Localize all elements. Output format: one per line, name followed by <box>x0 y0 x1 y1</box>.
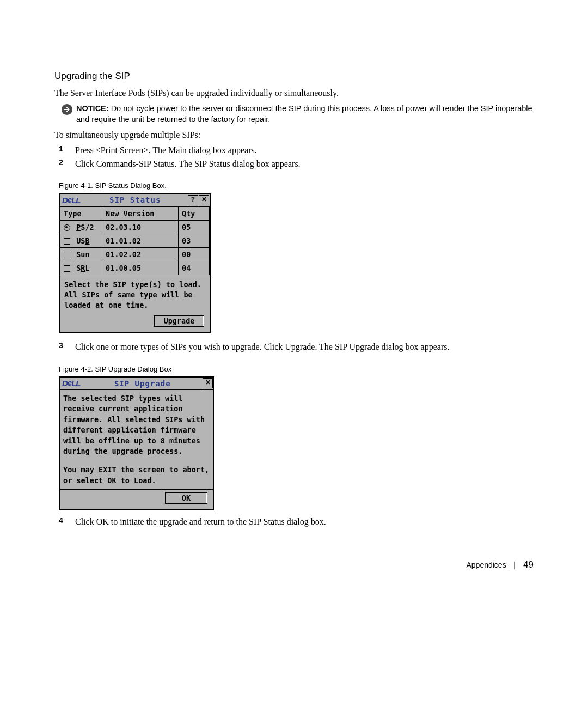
type-cell[interactable]: USB <box>60 234 102 248</box>
type-cell[interactable]: PS/2 <box>60 221 102 234</box>
table-row[interactable]: PS/202.03.1005 <box>60 221 210 234</box>
help-button[interactable]: ? <box>188 195 198 205</box>
table-row[interactable]: SRL01.00.0504 <box>60 261 210 275</box>
col-version: New Version <box>102 207 179 221</box>
table-row[interactable]: Sun01.02.0200 <box>60 248 210 261</box>
qty-cell: 04 <box>179 261 210 275</box>
checkbox-icon[interactable] <box>64 238 70 245</box>
dialog-message: Select the SIP type(s) to load. All SIPs… <box>60 275 210 313</box>
ok-button[interactable]: OK <box>165 492 207 504</box>
intro-text: The Server Interface Pods (SIPs) can be … <box>54 88 534 98</box>
notice-icon <box>61 104 73 115</box>
footer-separator: | <box>514 561 516 569</box>
qty-cell: 03 <box>179 234 210 248</box>
sip-status-dialog: D¢LL SIP Status ? ✕ Type New Version Qty… <box>59 193 211 333</box>
dell-logo: D¢LL <box>60 379 83 388</box>
checkbox-icon[interactable] <box>64 265 70 272</box>
sip-upgrade-dialog: D¢LL SIP Upgrade ✕ The selected SIP type… <box>59 376 214 511</box>
qty-cell: 00 <box>179 248 210 261</box>
step-text: Click Commands-SIP Status. The SIP Statu… <box>75 158 301 170</box>
notice-label: NOTICE: <box>76 104 109 113</box>
dialog-body: The selected SIP types will receive curr… <box>60 390 213 488</box>
table-row[interactable]: USB01.01.0203 <box>60 234 210 248</box>
step-number: 4 <box>54 516 75 528</box>
type-cell[interactable]: SRL <box>60 261 102 275</box>
section-title: Upgrading the SIP <box>54 71 534 82</box>
page-footer: Appendices | 49 <box>54 559 534 570</box>
step-text: Click one or more types of SIPs you wish… <box>75 341 449 353</box>
upgrade-warning-1: The selected SIP types will receive curr… <box>63 393 210 457</box>
dialog-title: SIP Status <box>83 196 188 204</box>
version-cell: 01.01.02 <box>102 234 179 248</box>
table-header-row: Type New Version Qty <box>60 207 210 221</box>
close-button[interactable]: ✕ <box>199 195 209 205</box>
step-number: 2 <box>54 158 75 170</box>
notice-body: Do not cycle power to the server or disc… <box>76 104 532 124</box>
step-text: Click OK to initiate the upgrade and ret… <box>75 516 326 528</box>
lead-in: To simultaneously upgrade multiple SIPs: <box>54 130 534 140</box>
dialog-title: SIP Upgrade <box>83 379 203 388</box>
list-item: 4 Click OK to initiate the upgrade and r… <box>54 516 534 528</box>
version-cell: 01.00.05 <box>102 261 179 275</box>
dialog-titlebar: D¢LL SIP Status ? ✕ <box>60 194 210 206</box>
step-number: 1 <box>54 144 75 156</box>
upgrade-button[interactable]: Upgrade <box>154 315 204 327</box>
type-cell[interactable]: Sun <box>60 248 102 261</box>
notice-text: NOTICE: Do not cycle power to the server… <box>76 104 534 125</box>
figure1-caption: Figure 4-1. SIP Status Dialog Box. <box>59 181 534 190</box>
notice-block: NOTICE: Do not cycle power to the server… <box>61 104 534 125</box>
footer-section: Appendices <box>466 561 506 569</box>
dialog-titlebar: D¢LL SIP Upgrade ✕ <box>60 378 213 390</box>
steps-1-2: 1 Press <Print Screen>. The Main dialog … <box>54 144 534 169</box>
qty-cell: 05 <box>179 221 210 234</box>
step-3: 3 Click one or more types of SIPs you wi… <box>54 341 534 353</box>
page-number: 49 <box>523 559 534 570</box>
list-item: 2 Click Commands-SIP Status. The SIP Sta… <box>54 158 534 170</box>
version-cell: 02.03.10 <box>102 221 179 234</box>
figure2-caption: Figure 4-2. SIP Upgrade Dialog Box <box>59 365 534 373</box>
col-type: Type <box>60 207 102 221</box>
list-item: 1 Press <Print Screen>. The Main dialog … <box>54 144 534 156</box>
close-button[interactable]: ✕ <box>203 378 213 388</box>
sip-status-table: Type New Version Qty PS/202.03.1005 USB0… <box>60 206 210 275</box>
version-cell: 01.02.02 <box>102 248 179 261</box>
upgrade-warning-2: You may EXIT the screen to abort, or sel… <box>63 465 210 486</box>
list-item: 3 Click one or more types of SIPs you wi… <box>54 341 534 353</box>
dell-logo: D¢LL <box>60 196 83 205</box>
checkbox-icon[interactable] <box>64 252 70 258</box>
step-number: 3 <box>54 341 75 353</box>
step-4: 4 Click OK to initiate the upgrade and r… <box>54 516 534 528</box>
radio-icon[interactable] <box>64 224 70 231</box>
step-text: Press <Print Screen>. The Main dialog bo… <box>75 144 257 156</box>
col-qty: Qty <box>179 207 210 221</box>
